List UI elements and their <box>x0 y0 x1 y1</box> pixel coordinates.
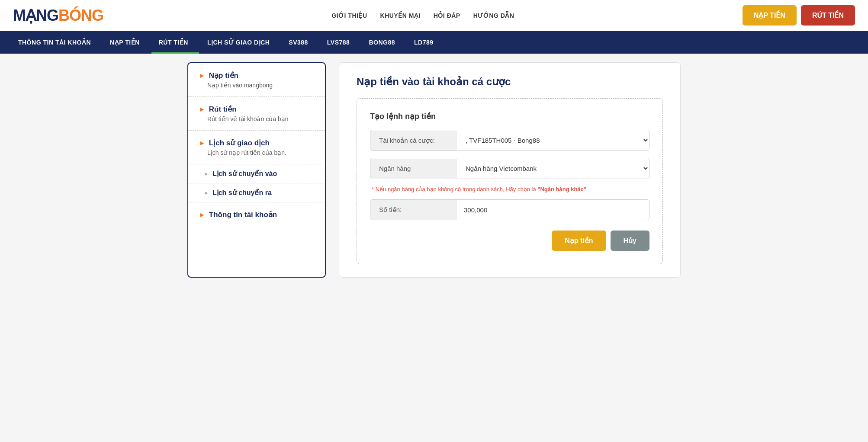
account-label: Tài khoản cá cược: <box>370 131 457 151</box>
navbar-ruttien[interactable]: RÚT TIỀN <box>149 31 198 54</box>
sidebar-item-ruttien-desc: Rút tiền về tài khoản của bạn <box>199 115 315 122</box>
nav-khuyenmai[interactable]: KHUYẾN MẠI <box>380 12 421 19</box>
bank-select[interactable]: Ngân hàng Vietcombank <box>457 158 649 179</box>
nav-huongdan[interactable]: HƯỚNG DẪN <box>473 12 514 19</box>
sidebar-item-naptien[interactable]: ► Nạp tiền Nạp tiền vào mangbong <box>188 63 325 97</box>
arrow-icon-lichsu: ► <box>199 139 206 147</box>
header-nap-tien-button[interactable]: NẠP TIỀN <box>743 5 797 26</box>
sidebar-item-lichsuchuyenra-title: ► Lịch sử chuyển ra <box>204 189 315 197</box>
bank-field-row: Ngân hàng Ngân hàng Vietcombank <box>370 158 649 179</box>
sidebar: ► Nạp tiền Nạp tiền vào mangbong ► Rút t… <box>187 62 326 278</box>
header: MẠNGBÓNG GIỚI THIỆU KHUYẾN MẠI HỎI ĐÁP H… <box>0 0 868 31</box>
account-field-row: Tài khoản cá cược: , TVF185TH005 - Bong8… <box>370 130 649 151</box>
form-area: Nạp tiền vào tài khoản cá cược Tạo lệnh … <box>339 62 681 278</box>
sidebar-item-ruttien-title: ► Rút tiền <box>199 105 315 114</box>
sidebar-item-lichsuchuyenvao-title: ► Lịch sử chuyển vào <box>204 170 315 178</box>
submit-button[interactable]: Nạp tiền <box>552 231 606 251</box>
navbar-bong88[interactable]: BONG88 <box>359 31 405 54</box>
navbar-ld789[interactable]: LD789 <box>405 31 443 54</box>
cancel-button[interactable]: Hủy <box>611 231 649 251</box>
arrow-icon: ► <box>199 72 206 80</box>
arrow-icon-rut: ► <box>199 106 206 113</box>
navbar: THÔNG TIN TÀI KHOẢN NẠP TIỀN RÚT TIỀN LỊ… <box>0 31 868 54</box>
sidebar-item-lichsu[interactable]: ► Lịch sử giao dịch Lịch sử nạp rút tiền… <box>188 131 325 164</box>
bank-label: Ngân hàng <box>370 159 457 178</box>
navbar-sv388[interactable]: SV388 <box>279 31 318 54</box>
header-nav: GIỚI THIỆU KHUYẾN MẠI HỎI ĐÁP HƯỚNG DẪN <box>331 12 514 19</box>
header-rut-tien-button[interactable]: RÚT TIỀN <box>801 5 855 26</box>
account-select[interactable]: , TVF185TH005 - Bong88 <box>457 130 649 151</box>
amount-label: Số tiền: <box>370 200 457 220</box>
main-container: ► Nạp tiền Nạp tiền vào mangbong ► Rút t… <box>174 54 694 286</box>
sidebar-item-lichsuchuyenra[interactable]: ► Lịch sử chuyển ra <box>188 183 325 202</box>
header-buttons: NẠP TIỀN RÚT TIỀN <box>743 5 855 26</box>
sidebar-item-lichsu-title: ► Lịch sử giao dịch <box>199 138 315 147</box>
sidebar-item-thongtin[interactable]: ► Thông tin tài khoản <box>188 202 325 229</box>
bank-warning: * Nếu ngân hàng của bạn không có trong d… <box>370 186 649 192</box>
arrow-small-icon-2: ► <box>204 190 209 196</box>
warning-text-prefix: * Nếu ngân hàng của bạn không có trong d… <box>372 186 537 192</box>
navbar-active-indicator <box>151 52 199 54</box>
form-actions: Nạp tiền Hủy <box>370 231 649 251</box>
nav-hoidap[interactable]: HỎI ĐÁP <box>434 12 460 19</box>
navbar-lichsu[interactable]: LỊCH SỬ GIAO DỊCH <box>198 31 279 54</box>
form-section-title: Tạo lệnh nạp tiền <box>370 112 649 121</box>
logo-bong: BÓNG <box>58 6 103 24</box>
sidebar-item-lichsuchuyenvao[interactable]: ► Lịch sử chuyển vào <box>188 164 325 183</box>
sidebar-item-ruttien[interactable]: ► Rút tiền Rút tiền về tài khoản của bạn <box>188 97 325 131</box>
sidebar-item-lichsu-desc: Lịch sử nạp rút tiền của bạn. <box>199 149 315 156</box>
sidebar-item-thongtin-title: ► Thông tin tài khoản <box>199 210 315 219</box>
navbar-thongtin[interactable]: THÔNG TIN TÀI KHOẢN <box>9 31 100 54</box>
logo: MẠNGBÓNG <box>13 6 103 25</box>
form-page-title: Nạp tiền vào tài khoản cá cược <box>357 76 663 88</box>
warning-link-text: "Ngân hàng khác" <box>537 186 586 192</box>
sidebar-item-naptien-title: ► Nạp tiền <box>199 71 315 80</box>
logo-mang: MẠNG <box>13 6 58 24</box>
amount-field-row: Số tiền: <box>370 199 649 220</box>
nav-gioithieu[interactable]: GIỚI THIỆU <box>331 12 367 19</box>
arrow-small-icon-1: ► <box>204 171 209 177</box>
sidebar-item-naptien-desc: Nạp tiền vào mangbong <box>199 82 315 89</box>
amount-input[interactable] <box>457 200 649 220</box>
navbar-naptien[interactable]: NẠP TIỀN <box>100 31 149 54</box>
arrow-icon-thongtin: ► <box>199 211 206 219</box>
form-box: Tạo lệnh nạp tiền Tài khoản cá cược: , T… <box>357 98 663 264</box>
navbar-lvs788[interactable]: LVS788 <box>318 31 360 54</box>
